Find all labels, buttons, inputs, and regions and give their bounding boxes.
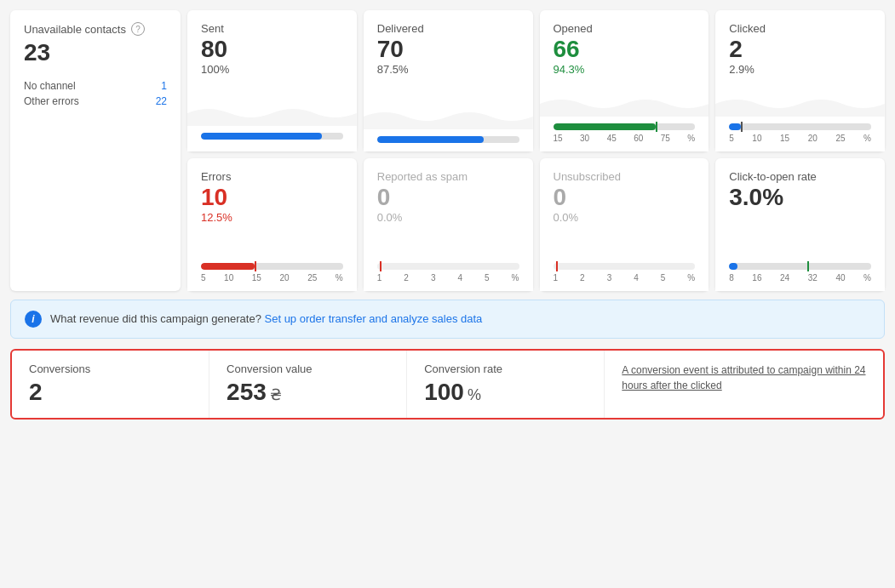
delivered-percent: 87.5% bbox=[377, 63, 519, 76]
help-icon[interactable]: ? bbox=[131, 22, 145, 36]
spam-bar-area: 1 2 3 4 5 % bbox=[364, 256, 533, 291]
delivered-bar-area bbox=[364, 129, 533, 151]
spam-percent: 0.0% bbox=[377, 211, 519, 224]
sent-number: 80 bbox=[201, 37, 343, 63]
opened-bar-area: 15 30 45 60 75 % bbox=[540, 117, 709, 151]
clicked-number: 2 bbox=[729, 37, 871, 63]
errors-number: 10 bbox=[201, 185, 343, 211]
error-rows: No channel 1 Other errors 22 bbox=[24, 80, 167, 107]
click-to-open-title: Click-to-open rate bbox=[729, 170, 871, 183]
opened-card: Opened 66 94.3% 15 30 bbox=[540, 10, 709, 151]
opened-number: 66 bbox=[554, 37, 696, 63]
spam-card: Reported as spam 0 0.0% 1 2 3 bbox=[364, 158, 533, 291]
delivered-card: Delivered 70 87.5% bbox=[364, 10, 533, 151]
unsubscribed-title: Unsubscribed bbox=[554, 170, 696, 183]
spam-title: Reported as spam bbox=[377, 170, 519, 183]
spam-number: 0 bbox=[377, 185, 519, 211]
conversion-value-cell: Conversion value 253 ₴ bbox=[209, 351, 407, 418]
sent-card: Sent 80 100% bbox=[187, 10, 357, 151]
revenue-text: What revenue did this campaign generate?… bbox=[50, 312, 482, 325]
other-errors-label: Other errors bbox=[24, 95, 79, 107]
other-errors-row: Other errors 22 bbox=[24, 95, 167, 107]
clicked-bar-area: 5 10 15 20 25 % bbox=[715, 117, 885, 151]
clicked-card: Clicked 2 2.9% 5 10 bbox=[715, 10, 885, 151]
opened-percent: 94.3% bbox=[554, 63, 696, 76]
clicked-title: Clicked bbox=[729, 22, 871, 35]
no-channel-label: No channel bbox=[24, 80, 76, 92]
revenue-link[interactable]: Set up order transfer and analyze sales … bbox=[265, 312, 483, 325]
click-to-open-number: 3.0% bbox=[729, 185, 871, 211]
unavailable-title: Unavailable contacts bbox=[24, 23, 126, 36]
no-channel-row: No channel 1 bbox=[24, 80, 167, 92]
sent-title: Sent bbox=[201, 22, 343, 35]
conversion-rate-value: 100 % bbox=[424, 379, 587, 406]
info-icon: i bbox=[25, 311, 42, 328]
delivered-title: Delivered bbox=[377, 22, 519, 35]
conversion-note: A conversion event is attributed to camp… bbox=[622, 363, 866, 393]
conversion-rate-cell: Conversion rate 100 % bbox=[407, 351, 605, 418]
conversion-value-label: Conversion value bbox=[227, 363, 389, 375]
conversions-box: Conversions 2 Conversion value 253 ₴ Con… bbox=[10, 349, 885, 420]
unsubscribed-number: 0 bbox=[554, 185, 696, 211]
conversions-value: 2 bbox=[29, 379, 192, 406]
conversion-value-amount: 253 ₴ bbox=[227, 379, 389, 406]
errors-title: Errors bbox=[201, 170, 343, 183]
unavailable-number: 23 bbox=[24, 39, 167, 66]
unsubscribed-bar-area: 1 2 3 4 5 % bbox=[540, 256, 709, 291]
conversion-note-cell: A conversion event is attributed to camp… bbox=[605, 351, 883, 418]
conversions-label: Conversions bbox=[29, 363, 192, 375]
conversion-rate-label: Conversion rate bbox=[424, 363, 587, 375]
clicked-percent: 2.9% bbox=[729, 63, 871, 76]
click-to-open-bar-area: 8 16 24 32 40 % bbox=[715, 256, 885, 291]
click-to-open-card: Click-to-open rate 3.0% 8 16 24 bbox=[715, 158, 885, 291]
other-errors-count: 22 bbox=[156, 95, 167, 107]
unsubscribed-percent: 0.0% bbox=[554, 211, 696, 224]
errors-percent: 12.5% bbox=[201, 211, 343, 224]
sent-bar-area bbox=[187, 126, 357, 151]
unsubscribed-card: Unsubscribed 0 0.0% 1 2 3 bbox=[540, 158, 709, 291]
errors-bar-area: 5 10 15 20 25 % bbox=[187, 256, 357, 291]
opened-title: Opened bbox=[554, 22, 696, 35]
no-channel-count: 1 bbox=[161, 80, 167, 92]
sent-percent: 100% bbox=[201, 63, 343, 76]
revenue-banner: i What revenue did this campaign generat… bbox=[10, 300, 885, 339]
delivered-number: 70 bbox=[377, 37, 519, 63]
errors-card: Errors 10 12.5% 5 10 15 bbox=[187, 158, 357, 291]
conversions-cell: Conversions 2 bbox=[12, 351, 209, 418]
